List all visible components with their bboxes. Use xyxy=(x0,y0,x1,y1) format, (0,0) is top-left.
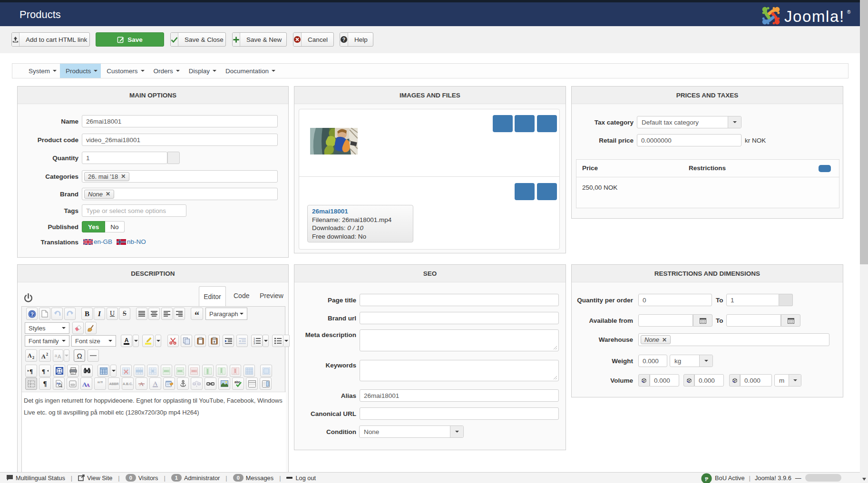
svg-text:A: A xyxy=(28,352,32,359)
svg-text:¶: ¶ xyxy=(29,367,33,374)
svg-text:A: A xyxy=(41,353,46,359)
svg-text:a: a xyxy=(55,353,57,358)
svg-text:®: ® xyxy=(847,10,851,15)
svg-text:A: A xyxy=(153,380,158,387)
svg-text:Joomla!: Joomla! xyxy=(784,8,845,25)
svg-text:A: A xyxy=(58,354,61,359)
svg-text:3: 3 xyxy=(254,342,255,344)
svg-text:abc: abc xyxy=(234,380,240,384)
svg-text:₱: ₱ xyxy=(705,476,709,483)
svg-text:2: 2 xyxy=(46,352,48,357)
svg-text:A: A xyxy=(125,337,129,344)
svg-text:A: A xyxy=(86,382,90,387)
svg-text:?: ? xyxy=(342,37,345,42)
svg-text:T: T xyxy=(213,340,215,344)
svg-text:2: 2 xyxy=(32,356,34,359)
svg-text:¶: ¶ xyxy=(42,367,45,374)
svg-text:?: ? xyxy=(30,311,34,317)
